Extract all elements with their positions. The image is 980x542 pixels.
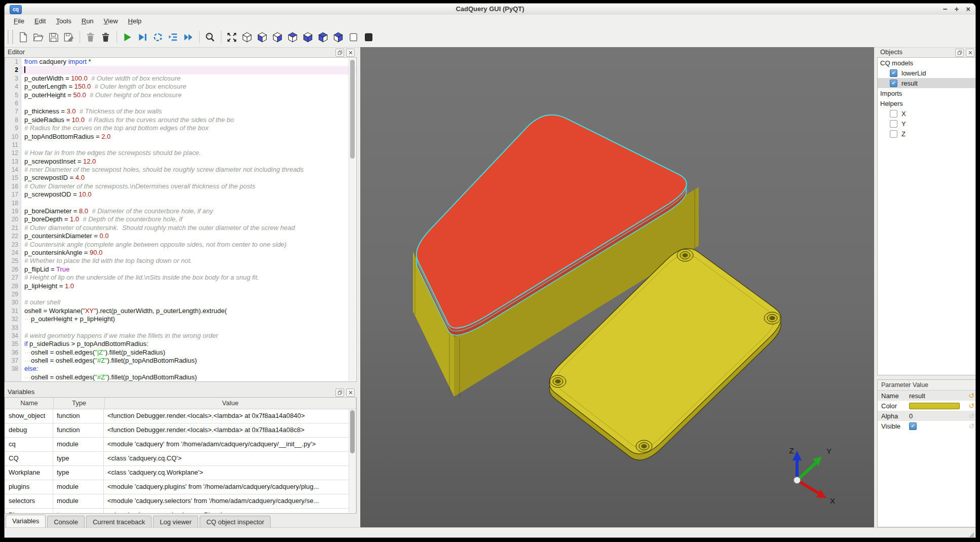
code-line[interactable]: 23# Countersink angle (complete angle be… (5, 241, 356, 249)
code-line[interactable]: 10p_topAndBottomRadius = 2.0 (5, 133, 356, 141)
code-line[interactable]: 33 (5, 324, 356, 332)
parameter-value[interactable]: result (909, 392, 967, 400)
wireframe-button[interactable] (347, 30, 361, 44)
code-line[interactable]: 35if p_sideRadius > p_topAndBottomRadius… (5, 340, 356, 348)
variables-column-header[interactable]: Name (5, 398, 54, 409)
table-row[interactable]: pluginsmodule<module 'cadquery.plugins' … (5, 480, 356, 494)
parameter-value[interactable] (909, 403, 967, 409)
visible-checkbox[interactable]: ✔ (909, 422, 917, 430)
editor-float-button[interactable] (335, 49, 344, 57)
undo-icon[interactable]: ↺ (967, 422, 976, 430)
editor-scrollbar[interactable] (349, 58, 356, 381)
menu-view[interactable]: View (99, 16, 123, 26)
code-line[interactable]: 21# Outer diameter of countersink. Shoul… (5, 224, 356, 232)
code-line[interactable]: 9# Radius for the curves on the top and … (5, 124, 356, 132)
maximize-button[interactable]: + (954, 4, 959, 14)
resize-grip[interactable]: ◢ (969, 530, 974, 538)
code-line[interactable]: 27# Height of lip on the underside of th… (5, 274, 356, 282)
title-bar[interactable]: cq CadQuery GUI (PyQT) − + × (5, 4, 975, 15)
visibility-checkbox[interactable] (890, 120, 897, 128)
tab-console[interactable]: Console (47, 516, 85, 527)
code-line[interactable]: 15p_screwpostID = 4.0 (5, 174, 356, 182)
visibility-checkbox[interactable]: ✔ (890, 69, 897, 77)
code-line[interactable]: 36···oshell = oshell.edges("|Z").fillet(… (5, 349, 356, 357)
view-right-button[interactable] (331, 30, 346, 44)
table-row[interactable]: CQtype<class 'cadquery.cq.CQ'> (5, 452, 356, 466)
view-top-button[interactable] (286, 30, 300, 44)
code-line[interactable]: 20p_boreDepth = 1.0 # Depth of the count… (5, 215, 356, 223)
visibility-checkbox[interactable] (890, 130, 897, 138)
variables-column-header[interactable]: Type (54, 398, 105, 409)
tab-cq-object-inspector[interactable]: CQ object inspector (200, 516, 271, 527)
code-line[interactable]: 5p_outerHeight = 50.0 # Outer height of … (5, 91, 356, 99)
save-as-button[interactable] (62, 30, 76, 44)
tab-current-traceback[interactable]: Current traceback (86, 516, 152, 527)
editor-variables-splitter[interactable] (5, 382, 357, 387)
undo-icon[interactable]: ↺ (967, 402, 976, 409)
view-axometric-button[interactable] (240, 30, 254, 44)
color-swatch[interactable] (909, 403, 960, 409)
code-line[interactable]: 25# Whether to place the lid with the to… (5, 257, 356, 265)
editor-viewport-splitter[interactable] (357, 47, 360, 527)
close-button[interactable]: × (966, 4, 970, 14)
variables-column-header[interactable]: Value (105, 398, 356, 409)
toolbar-drag-handle[interactable] (8, 30, 13, 44)
code-line[interactable]: 34# weird geometry happens if we make th… (5, 332, 356, 340)
visibility-checkbox[interactable] (890, 110, 897, 118)
table-row[interactable]: Workplanetype<class 'cadquery.cq.Workpla… (5, 466, 356, 480)
code-line[interactable]: 11 (5, 141, 356, 149)
code-line[interactable]: 22p_countersinkDiameter = 0.0 (5, 232, 356, 240)
table-row[interactable]: Planetype<class 'cadquery.occ_impl.geom.… (5, 509, 356, 514)
tree-item-z[interactable]: Z (878, 129, 976, 139)
code-line[interactable]: 29 (5, 290, 356, 298)
tab-log-viewer[interactable]: Log viewer (153, 516, 198, 527)
delete-all-button[interactable] (99, 30, 113, 44)
tree-item-imports[interactable]: Imports (878, 88, 976, 98)
objects-close-button[interactable] (966, 49, 974, 57)
code-editor[interactable]: 1from cadquery import *23p_outerWidth = … (5, 57, 357, 382)
shaded-button[interactable] (362, 30, 376, 44)
code-line[interactable]: 28p_lipHeight = 1.0 (5, 282, 356, 290)
editor-scrollbar-thumb[interactable] (350, 60, 355, 159)
tree-item-x[interactable]: X (878, 108, 976, 119)
viewport-3d[interactable]: Z Y X (360, 47, 874, 527)
code-line[interactable]: 2 (5, 66, 356, 74)
open-button[interactable] (31, 30, 46, 44)
table-row[interactable]: show_objectfunction<function Debugger.re… (5, 409, 356, 423)
code-line[interactable]: 31oshell = Workplane("XY").rect(p_outerW… (5, 307, 356, 315)
code-line[interactable]: 18 (5, 199, 356, 207)
parameter-value[interactable]: ✔ (909, 422, 967, 430)
view-front-button[interactable] (255, 30, 270, 44)
step-into-button[interactable] (166, 30, 180, 44)
view-left-button[interactable] (316, 30, 330, 44)
tree-item-lowerlid[interactable]: ✔lowerLid (878, 68, 976, 78)
code-line[interactable]: 3p_outerWidth = 100.0 # Outer width of b… (5, 74, 356, 83)
variables-close-button[interactable] (346, 389, 355, 397)
table-row[interactable]: debugfunction<function Debugger.render.<… (5, 423, 356, 438)
code-line[interactable]: 7p_thickness = 3.0 # Thickness of the bo… (5, 107, 356, 115)
code-line[interactable]: 12# How far in from the edges the screwp… (5, 149, 356, 157)
code-line[interactable]: 24p_countersinkAngle = 90.0 (5, 249, 356, 257)
objects-float-button[interactable] (955, 49, 964, 57)
run-button[interactable] (121, 30, 135, 44)
tab-variables[interactable]: Variables (6, 515, 46, 527)
table-row[interactable]: selectorsmodule<module 'cadquery.selecto… (5, 494, 356, 509)
tree-item-helpers[interactable]: Helpers (878, 98, 976, 108)
tree-item-cq-models[interactable]: CQ models (878, 58, 976, 68)
code-line[interactable]: 16# Outer Diameter of the screwposts.\nD… (5, 182, 356, 190)
code-line[interactable]: 32···p_outerHeight + p_lipHeight) (5, 315, 356, 323)
code-line[interactable]: 26p_flipLid = True (5, 265, 356, 274)
delete-button[interactable] (84, 30, 98, 44)
variables-float-button[interactable] (335, 389, 344, 397)
fit-all-button[interactable] (225, 30, 239, 44)
objects-params-splitter[interactable] (877, 375, 976, 379)
code-line[interactable]: 8p_sideRadius = 10.0 # Radius for the cu… (5, 116, 356, 124)
code-line[interactable]: 30# outer shell (5, 298, 356, 306)
undo-icon[interactable]: ↺ (967, 412, 976, 419)
menu-tools[interactable]: Tools (51, 16, 76, 26)
tree-item-result[interactable]: ✔result (878, 78, 976, 88)
code-line[interactable]: ···oshell = oshell.edges("#Z").fillet(p_… (5, 373, 356, 381)
new-file-button[interactable] (16, 30, 30, 44)
code-line[interactable]: 6 (5, 99, 356, 107)
table-row[interactable]: cqmodule<module 'cadquery' from '/home/a… (5, 438, 356, 452)
